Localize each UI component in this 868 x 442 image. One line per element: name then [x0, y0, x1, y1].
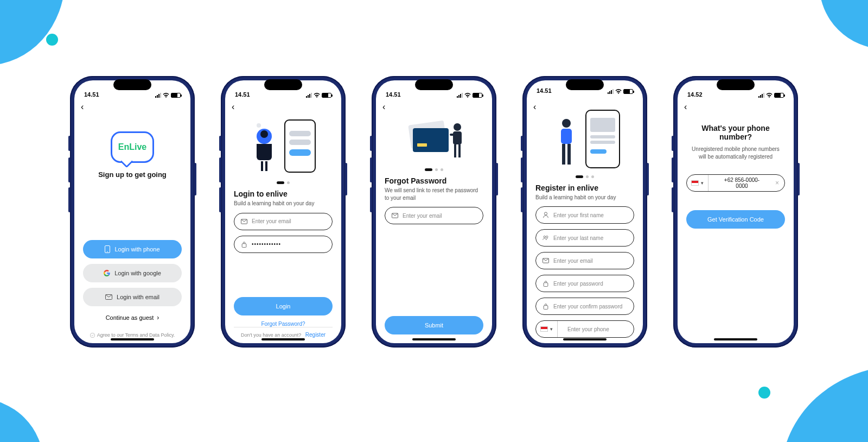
check-circle-icon — [90, 333, 95, 338]
password-field[interactable]: Enter your password — [535, 275, 634, 292]
svg-rect-5 — [289, 131, 311, 136]
country-selector[interactable]: ▾ — [536, 321, 558, 337]
terms-text: Agree to our Terms and Data Policy. — [83, 332, 182, 338]
chevron-down-icon: ▾ — [701, 180, 704, 186]
submit-button[interactable]: Submit — [385, 316, 483, 334]
login-with-email-button[interactable]: Login with email — [83, 288, 182, 306]
svg-rect-4 — [285, 120, 315, 172]
phone-field[interactable]: ▾ Enter your phone — [535, 320, 634, 338]
home-indicator — [412, 338, 456, 340]
svg-rect-20 — [450, 134, 454, 136]
svg-point-33 — [544, 212, 547, 215]
status-time: 14.52 — [687, 91, 703, 98]
email-icon — [105, 294, 112, 300]
phone-notch — [264, 79, 302, 90]
clear-input-button[interactable]: × — [775, 179, 784, 187]
svg-point-29 — [562, 119, 571, 128]
continue-as-guest-link[interactable]: Continue as guest › — [83, 314, 182, 321]
phone-register: 14.51 ‹ — [522, 76, 647, 348]
status-time: 14.51 — [84, 91, 99, 98]
wifi-icon — [615, 89, 622, 94]
register-row: Don't you have an account? Register — [234, 327, 333, 338]
battery-icon — [774, 93, 784, 98]
login-title: Login to enlive — [234, 190, 333, 198]
status-time: 14.51 — [235, 91, 250, 98]
phone-notch — [415, 79, 453, 90]
svg-point-35 — [546, 236, 548, 237]
home-indicator — [714, 338, 757, 340]
email-icon — [542, 257, 549, 264]
lock-icon — [542, 303, 549, 310]
wifi-icon — [766, 93, 773, 98]
svg-rect-38 — [544, 306, 548, 310]
get-verification-code-button[interactable]: Get Verification Code — [686, 210, 785, 229]
last-name-field[interactable]: Enter your last name — [535, 229, 634, 247]
home-indicator — [563, 338, 607, 340]
status-time: 14.51 — [386, 91, 401, 98]
register-title: Register in enlive — [535, 184, 634, 192]
svg-rect-28 — [590, 149, 607, 154]
google-icon — [104, 270, 110, 276]
register-illustration — [535, 107, 634, 172]
email-field[interactable]: Enter your email — [234, 213, 333, 230]
svg-rect-22 — [458, 144, 461, 157]
svg-point-1 — [107, 251, 108, 252]
password-field[interactable]: •••••••••••• — [234, 236, 333, 253]
svg-rect-31 — [562, 144, 565, 165]
lock-icon — [542, 280, 549, 287]
svg-rect-19 — [453, 131, 462, 144]
confirm-password-field[interactable]: Enter your confirm password — [535, 298, 634, 315]
email-field[interactable]: Enter your email — [385, 207, 483, 224]
forgot-title: Forgot Password — [385, 176, 483, 185]
login-button[interactable]: Login — [234, 297, 333, 315]
svg-rect-25 — [590, 118, 615, 132]
svg-rect-30 — [561, 129, 572, 144]
signal-icon — [155, 93, 161, 98]
login-with-phone-button[interactable]: Login with phone — [83, 240, 182, 258]
people-icon — [542, 235, 549, 241]
decor-blob-br — [781, 366, 868, 442]
svg-rect-16 — [413, 128, 449, 152]
phone-signup: 14.51 ‹ EnLive Sign up to get going — [70, 76, 195, 348]
svg-rect-32 — [567, 144, 571, 165]
decor-dot-br — [758, 387, 770, 399]
logo-text: EnLive — [118, 142, 146, 152]
page-indicator — [385, 168, 483, 171]
email-field[interactable]: Enter your email — [535, 252, 634, 269]
forgot-password-link[interactable]: Forgot Password? — [234, 321, 333, 327]
decor-blob-bl — [0, 399, 43, 442]
login-with-google-button[interactable]: Login with google — [83, 264, 182, 282]
phone-number-field[interactable]: ▾ +62 856-0000-0000 × — [686, 174, 785, 192]
decor-blob-tl — [0, 0, 65, 65]
forgot-subtitle: We will send link to reset the password … — [385, 187, 483, 201]
signal-icon — [306, 93, 312, 98]
phone-icon — [105, 245, 110, 253]
svg-rect-6 — [289, 140, 311, 145]
battery-icon — [473, 93, 482, 98]
svg-rect-11 — [265, 161, 267, 171]
flag-id-icon — [540, 326, 548, 332]
signal-icon — [457, 93, 463, 98]
page-indicator — [535, 175, 634, 178]
phone-forgot: 14.51 ‹ — [372, 76, 496, 348]
battery-icon — [171, 93, 181, 98]
register-link[interactable]: Register — [305, 332, 326, 338]
wifi-icon — [163, 93, 169, 98]
wifi-icon — [464, 93, 471, 98]
svg-point-12 — [257, 123, 261, 128]
signup-headline: Sign up to get going — [98, 171, 167, 179]
chevron-right-icon: › — [157, 314, 159, 321]
status-time: 14.51 — [537, 87, 552, 94]
first-name-field[interactable]: Enter your first name — [535, 206, 634, 224]
country-selector[interactable]: ▾ — [687, 175, 709, 191]
battery-icon — [322, 93, 331, 98]
login-subtitle: Build a learning habit on your day — [234, 200, 333, 207]
battery-icon — [623, 89, 633, 94]
phone-notch — [113, 79, 151, 90]
phone-subtitle: Unregistered mobile phone numbers will b… — [686, 146, 785, 160]
signal-icon — [758, 93, 764, 98]
phone-mockup-row: 14.51 ‹ EnLive Sign up to get going — [0, 76, 868, 348]
person-icon — [542, 212, 549, 218]
wifi-icon — [314, 93, 320, 98]
login-illustration — [234, 113, 333, 178]
